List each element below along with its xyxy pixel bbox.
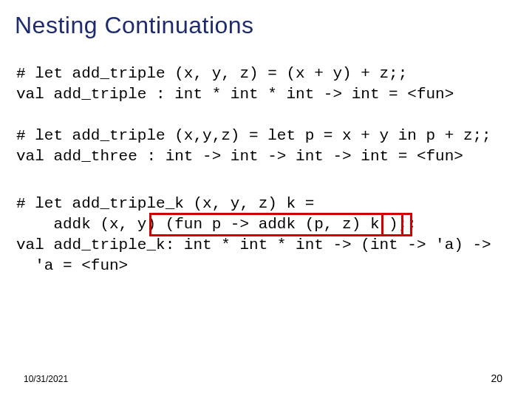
code-block-2: # let add_triple (x,y,z) = let p = x + y… — [16, 126, 491, 167]
footer-date: 10/31/2021 — [24, 374, 68, 384]
page-title: Nesting Continuations — [15, 12, 254, 39]
slide: Nesting Continuations # let add_triple (… — [0, 0, 532, 399]
code-block-1: # let add_triple (x, y, z) = (x + y) + z… — [16, 64, 454, 105]
code-block-3: # let add_triple_k (x, y, z) k = addk (x… — [16, 194, 491, 276]
footer-page-number: 20 — [491, 372, 502, 384]
